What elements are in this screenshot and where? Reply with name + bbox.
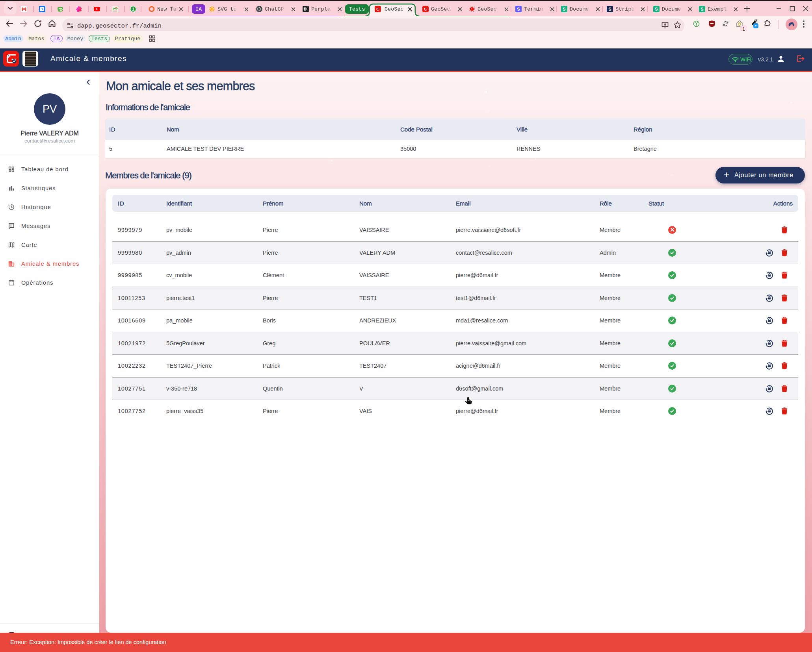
svg-text:S: S	[563, 7, 565, 11]
svg-text:S: S	[608, 7, 611, 11]
svg-text:1: 1	[41, 7, 43, 11]
svg-text:S: S	[517, 7, 520, 11]
svg-text:1: 1	[132, 7, 134, 11]
svg-text:S: S	[701, 7, 703, 11]
svg-text:S: S	[655, 7, 658, 11]
